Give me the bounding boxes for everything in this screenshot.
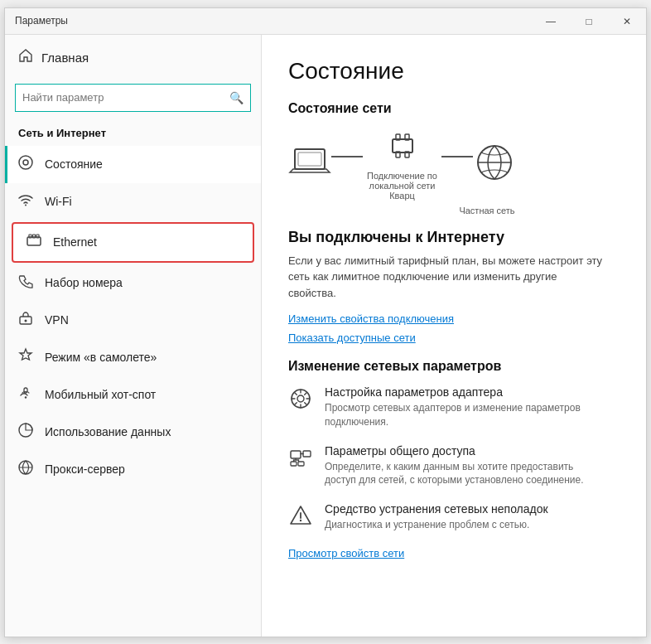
sidebar-item-hotspot-label: Мобильный хот-спот [45, 388, 156, 401]
sidebar-item-wifi-label: Wi-Fi [45, 195, 72, 208]
troubleshoot-settings-desc: Диагностика и устранение проблем с сетью… [325, 518, 548, 532]
sidebar-item-wifi[interactable]: Wi-Fi [5, 183, 261, 220]
settings-item-troubleshoot[interactable]: Средство устранения сетевых неполадок Ди… [288, 502, 620, 532]
svg-rect-25 [298, 462, 304, 466]
sidebar-item-status[interactable]: Состояние [5, 146, 261, 183]
svg-point-0 [19, 156, 32, 169]
connected-description: Если у вас лимитный тарифный план, вы мо… [288, 253, 603, 302]
svg-point-2 [25, 204, 27, 206]
datausage-icon [17, 422, 35, 443]
sidebar-item-proxy-label: Прокси-сервер [45, 462, 125, 476]
svg-point-8 [25, 319, 27, 322]
adapter-settings-icon [288, 387, 313, 415]
line1 [331, 156, 363, 157]
sidebar-item-vpn-label: VPN [45, 313, 69, 327]
line2 [441, 156, 473, 157]
sidebar-item-airplane-label: Режим «в самолете» [45, 351, 157, 364]
hotspot-icon [17, 385, 35, 405]
settings-item-sharing[interactable]: Параметры общего доступа Определите, к к… [288, 444, 620, 488]
svg-point-1 [23, 160, 28, 165]
sidebar-search-box[interactable]: 🔍 [15, 84, 251, 112]
main-content: Главная 🔍 Сеть и Интернет Состояние [5, 35, 646, 637]
sharing-settings-desc: Определите, к каким данным вы хотите пре… [325, 460, 606, 488]
svg-rect-24 [291, 462, 297, 466]
home-icon [18, 48, 33, 67]
adapter-settings-desc: Просмотр сетевых адаптеров и изменение п… [325, 401, 606, 429]
adapter-settings-title: Настройка параметров адаптера [325, 385, 606, 399]
network-diagram: Подключение по локальной сети Кварц [288, 128, 620, 201]
wifi-icon [17, 191, 35, 212]
window-title: Параметры [15, 15, 68, 27]
change-settings-section-title: Изменение сетевых параметров [288, 359, 620, 374]
sidebar-item-proxy[interactable]: Прокси-сервер [5, 451, 261, 488]
sidebar-section-title: Сеть и Интернет [5, 122, 261, 146]
globe-icon [473, 141, 516, 187]
vpn-icon [17, 310, 35, 331]
svg-point-27 [300, 520, 301, 521]
settings-item-sharing-text: Параметры общего доступа Определите, к к… [325, 444, 606, 488]
connected-title: Вы подключены к Интернету [288, 229, 620, 246]
change-connection-link[interactable]: Изменить свойства подключения [288, 312, 620, 325]
sidebar: Главная 🔍 Сеть и Интернет Состояние [5, 35, 262, 637]
svg-rect-10 [24, 388, 27, 393]
laptop-icon [288, 144, 331, 184]
svg-rect-26 [303, 451, 311, 457]
sidebar-item-dialup[interactable]: Набор номера [5, 264, 261, 302]
settings-window: Параметры — □ ✕ Главная 🔍 [4, 7, 647, 637]
status-icon [17, 154, 35, 175]
sidebar-item-datausage[interactable]: Использование данных [5, 414, 261, 451]
page-title: Состояние [288, 58, 620, 85]
svg-point-9 [25, 396, 27, 398]
settings-item-adapter[interactable]: Настройка параметров адаптера Просмотр с… [288, 385, 620, 429]
sidebar-item-airplane[interactable]: Режим «в самолете» [5, 339, 261, 376]
settings-item-troubleshoot-text: Средство устранения сетевых неполадок Ди… [325, 502, 548, 532]
view-network-properties-link[interactable]: Просмотр свойств сети [288, 547, 620, 559]
minimize-button[interactable]: — [532, 8, 570, 35]
sidebar-home-label: Главная [41, 51, 89, 65]
proxy-icon [17, 459, 35, 480]
sidebar-item-hotspot[interactable]: Мобильный хот-спот [5, 376, 261, 414]
dialup-icon [17, 273, 35, 293]
sidebar-item-status-label: Состояние [45, 157, 103, 171]
window-controls: — □ ✕ [532, 8, 646, 34]
sharing-settings-icon [288, 446, 313, 474]
svg-rect-23 [291, 451, 301, 458]
troubleshoot-settings-icon [288, 504, 313, 532]
adapter-node: Подключение по локальной сети Кварц [363, 128, 441, 201]
sidebar-item-home[interactable]: Главная [5, 35, 261, 80]
sidebar-item-ethernet[interactable]: Ethernet [12, 222, 254, 263]
internet-node [473, 141, 516, 187]
titlebar: Параметры — □ ✕ [5, 8, 646, 35]
airplane-icon [17, 347, 35, 368]
sidebar-item-vpn[interactable]: VPN [5, 302, 261, 339]
show-networks-link[interactable]: Показать доступные сети [288, 332, 620, 344]
network-status-section-title: Состояние сети [288, 101, 620, 116]
svg-rect-14 [298, 153, 321, 166]
main-panel: Состояние Состояние сети [262, 35, 646, 637]
sidebar-item-ethernet-label: Ethernet [53, 235, 97, 249]
ethernet-icon [25, 232, 43, 253]
close-button[interactable]: ✕ [608, 8, 646, 35]
laptop-node [288, 144, 331, 184]
adapter-label: Подключение по локальной сети Кварц [363, 171, 441, 201]
maximize-button[interactable]: □ [570, 8, 608, 35]
network-private-label: Частная сеть [354, 206, 620, 215]
svg-point-22 [297, 395, 304, 402]
search-input[interactable] [22, 91, 229, 104]
settings-item-adapter-text: Настройка параметров адаптера Просмотр с… [325, 385, 606, 429]
sidebar-item-dialup-label: Набор номера [45, 276, 123, 289]
svg-rect-15 [393, 139, 412, 153]
adapter-icon-diagram [386, 128, 419, 167]
sharing-settings-title: Параметры общего доступа [325, 444, 606, 458]
troubleshoot-settings-title: Средство устранения сетевых неполадок [325, 502, 548, 516]
search-icon: 🔍 [229, 91, 244, 104]
sidebar-item-datausage-label: Использование данных [45, 425, 171, 438]
